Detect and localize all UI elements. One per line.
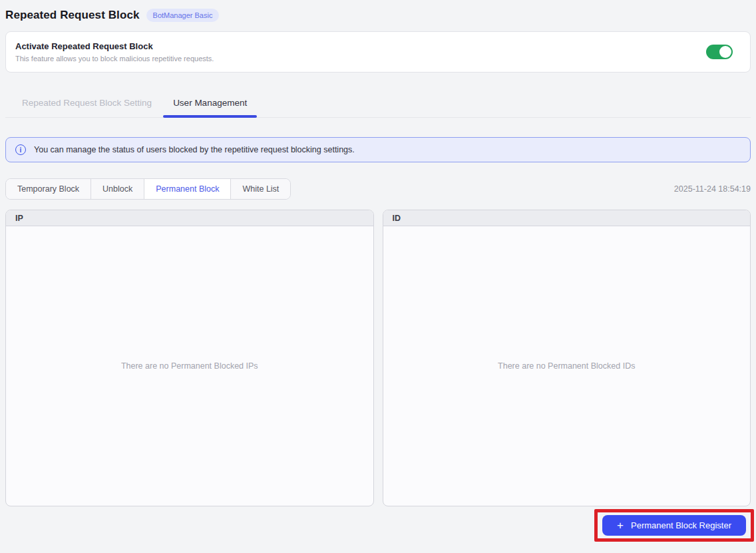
toggle-knob-icon [719, 46, 731, 58]
page-title: Repeated Request Block [5, 9, 140, 22]
page: Repeated Request Block BotManager Basic … [0, 0, 756, 553]
page-header: Repeated Request Block BotManager Basic [5, 0, 751, 31]
panels: IP There are no Permanent Blocked IPs ID… [5, 210, 751, 506]
activate-toggle[interactable] [706, 45, 733, 59]
ip-panel-header: IP [6, 210, 373, 226]
ip-empty-text: There are no Permanent Blocked IPs [121, 361, 258, 371]
plan-badge: BotManager Basic [146, 9, 220, 22]
info-banner: i You can manage the status of users blo… [5, 137, 751, 162]
filter-group: Temporary Block Unblock Permanent Block … [5, 178, 291, 200]
tab-user-management[interactable]: User Management [163, 91, 257, 117]
timestamp: 2025-11-24 18:54:19 [674, 184, 751, 194]
ip-panel-body: There are no Permanent Blocked IPs [6, 226, 373, 506]
permanent-block-register-button[interactable]: + Permanent Block Register [602, 515, 746, 536]
register-button-label: Permanent Block Register [631, 520, 731, 530]
tab-bar: Repeated Request Block Setting User Mana… [5, 91, 751, 118]
filter-temporary-block[interactable]: Temporary Block [6, 179, 91, 199]
filter-white-list[interactable]: White List [231, 179, 290, 199]
ip-panel: IP There are no Permanent Blocked IPs [5, 210, 374, 506]
filter-row: Temporary Block Unblock Permanent Block … [5, 178, 751, 200]
activate-card-description: This feature allows you to block malicio… [15, 55, 214, 63]
tab-repeated-request-block-setting[interactable]: Repeated Request Block Setting [12, 91, 162, 117]
id-panel-header: ID [383, 210, 751, 226]
annotation-red-box: + Permanent Block Register [594, 509, 754, 542]
info-banner-text: You can manage the status of users block… [34, 145, 355, 154]
footer-row: + Permanent Block Register [5, 509, 751, 542]
filter-permanent-block[interactable]: Permanent Block [144, 179, 231, 199]
filter-unblock[interactable]: Unblock [91, 179, 144, 199]
activate-card-title: Activate Repeated Request Block [15, 41, 214, 51]
activate-card-text: Activate Repeated Request Block This fea… [15, 41, 214, 63]
id-panel: ID There are no Permanent Blocked IDs [383, 210, 751, 506]
activate-card: Activate Repeated Request Block This fea… [5, 31, 751, 73]
id-empty-text: There are no Permanent Blocked IDs [498, 361, 635, 371]
id-panel-body: There are no Permanent Blocked IDs [383, 226, 751, 506]
plus-icon: + [617, 520, 624, 531]
info-icon: i [15, 144, 26, 155]
